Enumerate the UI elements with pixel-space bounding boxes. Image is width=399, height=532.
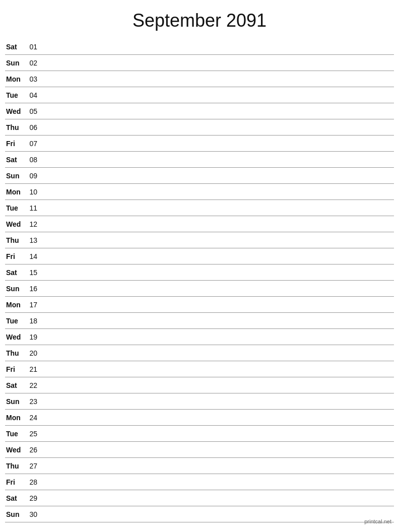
day-line bbox=[41, 224, 394, 224]
day-number: 29 bbox=[25, 494, 41, 502]
day-row: Fri07 bbox=[5, 136, 394, 152]
calendar-grid: Sat01Sun02Mon03Tue04Wed05Thu06Fri07Sat08… bbox=[0, 39, 399, 522]
day-line bbox=[41, 433, 394, 434]
day-name: Wed bbox=[5, 107, 25, 115]
day-name: Mon bbox=[5, 301, 25, 309]
day-name: Sun bbox=[5, 510, 25, 518]
day-line bbox=[41, 79, 394, 79]
day-number: 17 bbox=[25, 301, 41, 309]
day-number: 21 bbox=[25, 365, 41, 373]
day-line bbox=[41, 369, 394, 369]
day-number: 30 bbox=[25, 510, 41, 518]
day-number: 16 bbox=[25, 285, 41, 293]
day-number: 19 bbox=[25, 333, 41, 341]
day-number: 14 bbox=[25, 252, 41, 260]
day-number: 01 bbox=[25, 43, 41, 51]
day-line bbox=[41, 466, 394, 466]
day-name: Tue bbox=[5, 317, 25, 325]
day-line bbox=[41, 46, 394, 47]
day-name: Mon bbox=[5, 75, 25, 83]
day-number: 11 bbox=[25, 204, 41, 212]
day-row: Tue18 bbox=[5, 313, 394, 329]
day-name: Wed bbox=[5, 446, 25, 454]
day-row: Sat01 bbox=[5, 39, 394, 55]
day-row: Sat08 bbox=[5, 152, 394, 168]
day-number: 23 bbox=[25, 397, 41, 406]
day-line bbox=[41, 353, 394, 353]
day-name: Thu bbox=[5, 349, 25, 357]
day-line bbox=[41, 385, 394, 385]
day-line bbox=[41, 304, 394, 305]
day-number: 27 bbox=[25, 462, 41, 470]
day-name: Fri bbox=[5, 478, 25, 486]
day-line bbox=[41, 143, 394, 144]
day-row: Fri28 bbox=[5, 474, 394, 490]
day-line bbox=[41, 449, 394, 450]
day-number: 12 bbox=[25, 220, 41, 228]
day-line bbox=[41, 111, 394, 111]
day-number: 15 bbox=[25, 269, 41, 277]
day-number: 18 bbox=[25, 317, 41, 325]
day-line bbox=[41, 482, 394, 482]
day-name: Thu bbox=[5, 123, 25, 131]
day-number: 26 bbox=[25, 446, 41, 454]
day-name: Sun bbox=[5, 397, 25, 406]
day-line bbox=[41, 256, 394, 256]
day-number: 08 bbox=[25, 156, 41, 164]
day-line bbox=[41, 272, 394, 273]
day-name: Mon bbox=[5, 188, 25, 196]
day-row: Mon17 bbox=[5, 297, 394, 313]
day-row: Thu20 bbox=[5, 345, 394, 361]
day-number: 07 bbox=[25, 140, 41, 148]
day-row: Thu13 bbox=[5, 232, 394, 248]
day-name: Fri bbox=[5, 252, 25, 260]
day-name: Thu bbox=[5, 236, 25, 244]
day-line bbox=[41, 208, 394, 208]
day-row: Mon03 bbox=[5, 71, 394, 87]
day-number: 20 bbox=[25, 349, 41, 357]
page-title: September 2091 bbox=[0, 0, 399, 39]
day-name: Sat bbox=[5, 381, 25, 389]
day-row: Sun16 bbox=[5, 281, 394, 297]
day-name: Tue bbox=[5, 91, 25, 99]
day-number: 04 bbox=[25, 91, 41, 99]
day-row: Sat22 bbox=[5, 377, 394, 393]
day-number: 13 bbox=[25, 236, 41, 244]
day-name: Tue bbox=[5, 204, 25, 212]
day-row: Sun30 bbox=[5, 506, 394, 522]
day-number: 10 bbox=[25, 188, 41, 196]
day-number: 03 bbox=[25, 75, 41, 83]
day-line bbox=[41, 95, 394, 95]
day-name: Sat bbox=[5, 494, 25, 502]
day-name: Mon bbox=[5, 414, 25, 422]
day-row: Mon10 bbox=[5, 184, 394, 200]
day-name: Sun bbox=[5, 285, 25, 293]
day-line bbox=[41, 288, 394, 289]
day-line bbox=[41, 417, 394, 418]
day-number: 06 bbox=[25, 123, 41, 131]
day-line bbox=[41, 498, 394, 498]
day-number: 22 bbox=[25, 381, 41, 389]
day-row: Wed19 bbox=[5, 329, 394, 345]
day-row: Wed26 bbox=[5, 442, 394, 458]
day-line bbox=[41, 127, 394, 127]
day-name: Fri bbox=[5, 365, 25, 373]
day-name: Sat bbox=[5, 43, 25, 51]
day-row: Sat29 bbox=[5, 490, 394, 506]
day-row: Thu06 bbox=[5, 119, 394, 136]
day-row: Fri14 bbox=[5, 248, 394, 264]
footer-text: printcal.net bbox=[364, 518, 391, 524]
day-name: Tue bbox=[5, 430, 25, 438]
day-line bbox=[41, 240, 394, 240]
day-name: Thu bbox=[5, 462, 25, 470]
day-line bbox=[41, 191, 394, 192]
day-row: Tue25 bbox=[5, 426, 394, 442]
day-row: Tue04 bbox=[5, 87, 394, 103]
day-line bbox=[41, 514, 394, 514]
day-row: Thu27 bbox=[5, 458, 394, 474]
day-row: Wed12 bbox=[5, 216, 394, 232]
day-name: Wed bbox=[5, 333, 25, 341]
day-name: Sun bbox=[5, 59, 25, 67]
day-name: Wed bbox=[5, 220, 25, 228]
day-line bbox=[41, 401, 394, 402]
